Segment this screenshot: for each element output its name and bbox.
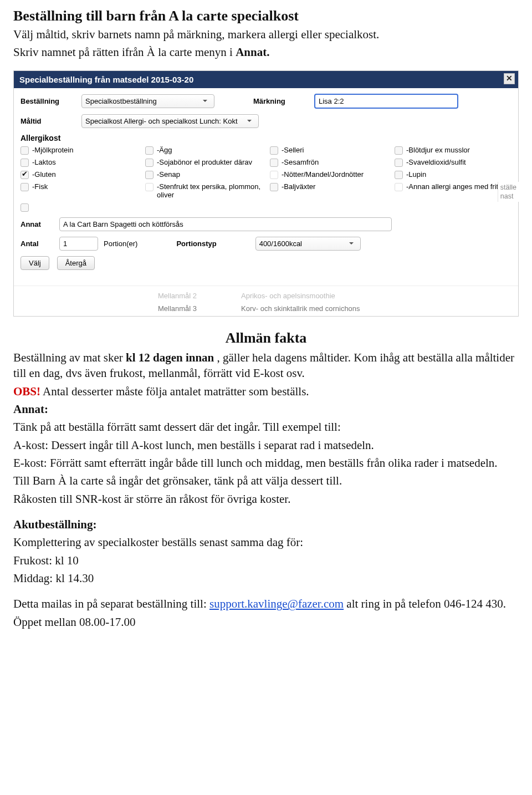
akut-p1: Komplettering av specialkoster beställs …	[13, 534, 519, 550]
portionstyp-label: Portionstyp	[176, 239, 216, 248]
bg-right-snippet: ställe nast	[498, 182, 519, 202]
annat-label: Annat	[21, 220, 54, 228]
fakta-p1: Beställning av mat sker kl 12 dagen inna…	[13, 350, 519, 381]
cb-annan-allergi[interactable]: -Annan allergi anges med fritext	[395, 182, 511, 200]
bg-mellanmal3-label: Mellanmål 3	[158, 304, 219, 313]
cb-blotdjur[interactable]: -Blötdjur ex musslor	[395, 146, 511, 155]
cb-laktos[interactable]: -Laktos	[21, 158, 137, 167]
allman-fakta-heading: Allmän fakta	[13, 330, 519, 346]
cb-selleri[interactable]: -Selleri	[270, 146, 387, 155]
cb-empty[interactable]	[21, 203, 137, 212]
akut-heading: Akutbeställning:	[13, 517, 519, 532]
mail-line: Detta mailas in på separat beställning t…	[13, 596, 519, 611]
cb-notter[interactable]: -Nötter/Mandel/Jordnötter	[270, 170, 387, 179]
dialog-header: Specialbeställning från matsedel 2015-03…	[14, 71, 518, 88]
maltid-select[interactable]: Specialkost Allergi- och specialkost Lun…	[81, 114, 259, 128]
bestallning-select[interactable]: Specialkostbeställning	[81, 94, 214, 108]
fakta-p3: A-kost: Dessert ingår till A-kost lunch,…	[13, 437, 519, 453]
cb-stenfrukt[interactable]: -Stenfrukt tex persika, plommon, oliver	[145, 182, 262, 200]
bg-menu-rows: Mellanmål 2 Aprikos- och apelsinsmoothie…	[14, 286, 518, 316]
fakta-obs: OBS! Antal desserter måste följa antalet…	[13, 384, 519, 399]
dialog-title: Specialbeställning från matsedel 2015-03…	[19, 75, 193, 84]
aterga-button[interactable]: Återgå	[57, 256, 95, 270]
doc-intro-1: Välj måltid, skriv barnets namn på märkn…	[13, 27, 519, 42]
cb-mjolkprotein[interactable]: -Mjölkprotein	[21, 146, 137, 155]
annat-input[interactable]	[59, 217, 392, 231]
cb-agg[interactable]: -Ägg	[145, 146, 262, 155]
fakta-p5: Till Barn À la carte så ingår det grönsa…	[13, 473, 519, 488]
cb-svaveldioxid[interactable]: -Svaveldioxid/sulfit	[395, 158, 511, 167]
antal-input[interactable]	[59, 237, 98, 251]
antal-label: Antal	[21, 239, 54, 248]
cb-senap[interactable]: -Senap	[145, 170, 262, 179]
bg-mellanmal2-value: Aprikos- och apelsinsmoothie	[241, 292, 335, 300]
cb-lupin[interactable]: -Lupin	[395, 170, 511, 179]
support-mail-link[interactable]: support.kavlinge@fazer.com	[209, 597, 344, 610]
annat-heading: Annat:	[13, 401, 519, 417]
akut-p2: Frukost: kl 10	[13, 553, 519, 568]
markning-input[interactable]	[314, 94, 458, 109]
portion-label: Portion(er)	[104, 239, 137, 248]
cb-sojabonor[interactable]: -Sojabönor el produkter därav	[145, 158, 262, 167]
allergikost-title: Allergikost	[21, 134, 511, 142]
akut-p3: Middag: kl 14.30	[13, 570, 519, 586]
doc-intro-2: Skriv namnet på rätten ifrån À la carte …	[13, 44, 519, 60]
cb-fisk[interactable]: -Fisk	[21, 182, 137, 200]
cb-baljvaxter[interactable]: -Baljväxter	[270, 182, 387, 200]
fakta-p6: Råkosten till SNR-kost är större än råko…	[13, 491, 519, 507]
dialog-screenshot: Specialbeställning från matsedel 2015-03…	[13, 70, 519, 317]
markning-label: Märkning	[253, 97, 309, 105]
cb-gluten[interactable]: -Gluten	[21, 170, 137, 179]
fakta-p2: Tänk på att beställa förrätt samt desser…	[13, 419, 519, 435]
bestallning-label: Beställning	[21, 97, 76, 105]
valj-button[interactable]: Välj	[21, 256, 49, 270]
portionstyp-select[interactable]: 400/1600kcal	[255, 237, 361, 251]
maltid-label: Måltid	[21, 117, 76, 125]
bg-mellanmal3-value: Korv- och skinktallrik med cornichons	[241, 304, 360, 313]
bg-mellanmal2-label: Mellanmål 2	[158, 292, 219, 300]
allergi-grid: -Mjölkprotein -Ägg -Selleri -Blötdjur ex…	[21, 146, 511, 212]
doc-intro-2a: Skriv namnet på rätten ifrån À la carte …	[13, 45, 236, 59]
doc-title: Beställning till barn från A la carte sp…	[13, 8, 519, 24]
cb-sesamfron[interactable]: -Sesamfrön	[270, 158, 387, 167]
doc-intro-2b: Annat.	[236, 45, 269, 59]
fakta-p4: E-kost: Förrätt samt efterrätt ingår båd…	[13, 455, 519, 471]
open-hours: Öppet mellan 08.00-17.00	[13, 614, 519, 630]
close-icon[interactable]: ✕	[504, 73, 515, 84]
